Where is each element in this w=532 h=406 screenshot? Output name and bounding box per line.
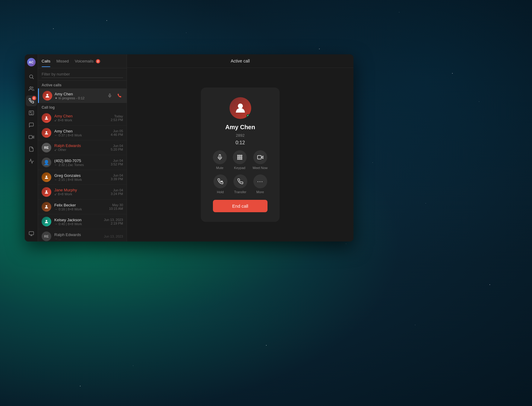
log-info-0: Amy Chen ↙ 8×8 Work bbox=[54, 114, 108, 122]
log-details-1: ← 0:37 | 8×8 Work bbox=[54, 133, 108, 137]
sidebar-icons: AC 2 bbox=[25, 54, 38, 241]
log-item-1[interactable]: Amy Chen ← 0:37 | 8×8 Work Jun 05 4:46 P… bbox=[38, 126, 127, 140]
more-button[interactable]: ⋯ More bbox=[253, 174, 267, 194]
svg-point-16 bbox=[46, 190, 47, 192]
call-duration: 0:12 bbox=[236, 140, 245, 145]
log-name-7: Kelsey Jackson bbox=[54, 218, 101, 222]
sidebar-avatar[interactable]: AC bbox=[26, 57, 37, 68]
log-item-4[interactable]: Greg Gonzales ← 2:15 | 8×8 Work Jun 04 3… bbox=[38, 170, 127, 185]
svg-rect-26 bbox=[241, 157, 242, 158]
end-active-call-btn[interactable] bbox=[116, 92, 123, 99]
call-card-number: 2892 bbox=[236, 133, 245, 138]
meetnow-label: Meet Now bbox=[253, 166, 268, 170]
svg-point-11 bbox=[55, 97, 57, 99]
log-time-1: Jun 05 4:46 PM bbox=[111, 129, 123, 136]
transfer-button[interactable]: Transfer bbox=[233, 174, 247, 194]
log-details-2: ↙ Other bbox=[54, 148, 108, 152]
log-item-3[interactable]: 👤 (402) 860-7075 ← 2:32 | Zac Tomes Jun … bbox=[38, 155, 127, 170]
log-name-8: Ralph Edwards bbox=[54, 232, 101, 237]
log-avatar-5 bbox=[42, 187, 51, 197]
sidebar-item-document[interactable] bbox=[26, 144, 37, 155]
log-avatar-6 bbox=[42, 202, 51, 212]
active-call-item[interactable]: Amy Chen In progress - 0:12 bbox=[38, 88, 127, 103]
call-log-label: Call log bbox=[38, 103, 127, 111]
svg-rect-27 bbox=[237, 158, 238, 159]
log-info-7: Kelsey Jackson → 0:40 | 8×8 Work bbox=[54, 218, 101, 226]
log-details-8: → ... bbox=[54, 237, 101, 241]
log-item-8[interactable]: RE Ralph Edwards → ... Jun 13, 2023 bbox=[38, 229, 127, 241]
sidebar-item-monitor[interactable] bbox=[26, 228, 37, 239]
active-calls-label: Active calls bbox=[38, 81, 127, 88]
mute-icon bbox=[213, 150, 227, 164]
more-icon: ⋯ bbox=[253, 174, 267, 188]
log-time-2: Jun 04 5:20 PM bbox=[111, 144, 123, 151]
log-details-3: ← 2:32 | Zac Tomes bbox=[54, 163, 108, 167]
transfer-icon bbox=[233, 174, 247, 188]
log-name-1: Amy Chen bbox=[54, 129, 108, 133]
tabs: Calls Missed Voicemails 2 bbox=[38, 54, 127, 68]
log-avatar-3: 👤 bbox=[42, 158, 51, 167]
log-info-5: Jane Murphy ↙ 8×8 Work bbox=[54, 188, 108, 196]
call-card-name: Amy Chen bbox=[225, 124, 255, 131]
search-bar bbox=[38, 68, 127, 81]
log-time-3: Jun 04 3:52 PM bbox=[111, 159, 123, 166]
active-call-name: Amy Chen bbox=[55, 92, 104, 96]
log-time-8: Jun 13, 2023 bbox=[104, 235, 123, 238]
svg-point-19 bbox=[238, 104, 243, 109]
svg-rect-22 bbox=[239, 155, 240, 156]
log-avatar-4 bbox=[42, 172, 51, 182]
svg-point-4 bbox=[30, 112, 31, 113]
svg-rect-31 bbox=[257, 155, 261, 159]
hold-icon bbox=[214, 174, 227, 188]
active-call-content: Amy Chen 2892 0:12 Mute bbox=[127, 68, 353, 241]
active-call-actions bbox=[106, 92, 123, 99]
log-item-0[interactable]: Amy Chen ↙ 8×8 Work Today 2:53 PM bbox=[38, 111, 127, 126]
sidebar-item-chat[interactable] bbox=[26, 120, 37, 130]
sidebar-item-usercard[interactable] bbox=[26, 107, 37, 118]
svg-marker-30 bbox=[261, 156, 263, 158]
log-name-3: (402) 860-7075 bbox=[54, 158, 108, 163]
log-item-5[interactable]: Jane Murphy ↙ 8×8 Work Jun 04 3:24 PM bbox=[38, 185, 127, 200]
app-window: AC 2 bbox=[25, 54, 353, 241]
sidebar-item-audio[interactable] bbox=[26, 156, 37, 167]
log-time-6: May 30 10:15 AM bbox=[109, 203, 123, 210]
mute-call-btn[interactable] bbox=[106, 92, 113, 99]
sidebar-item-search[interactable] bbox=[26, 71, 37, 82]
log-info-4: Greg Gonzales ← 2:15 | 8×8 Work bbox=[54, 173, 108, 181]
svg-rect-23 bbox=[241, 155, 242, 156]
log-info-1: Amy Chen ← 0:37 | 8×8 Work bbox=[54, 129, 108, 137]
tab-calls[interactable]: Calls bbox=[42, 55, 50, 67]
active-call-avatar bbox=[43, 91, 52, 101]
end-call-button[interactable]: End call bbox=[213, 200, 268, 212]
log-item-2[interactable]: RE Ralph Edwards ↙ Other Jun 04 5:20 PM bbox=[38, 140, 127, 155]
svg-rect-7 bbox=[29, 232, 33, 235]
mute-button[interactable]: Mute bbox=[213, 150, 227, 170]
call-log-list: Amy Chen ↙ 8×8 Work Today 2:53 PM Amy Ch… bbox=[38, 111, 127, 241]
sidebar-item-video[interactable] bbox=[26, 132, 37, 142]
svg-point-2 bbox=[30, 87, 31, 88]
svg-point-10 bbox=[46, 94, 48, 96]
meetnow-button[interactable]: Meet Now bbox=[253, 150, 268, 170]
svg-rect-29 bbox=[241, 158, 242, 159]
hold-button[interactable]: Hold bbox=[214, 174, 227, 194]
log-item-7[interactable]: Kelsey Jackson → 0:40 | 8×8 Work Jun 13,… bbox=[38, 214, 127, 229]
svg-marker-5 bbox=[32, 136, 34, 138]
svg-rect-6 bbox=[29, 136, 32, 139]
log-avatar-0 bbox=[42, 113, 51, 123]
search-input[interactable] bbox=[42, 71, 123, 78]
log-details-0: ↙ 8×8 Work bbox=[54, 118, 108, 122]
log-item-6[interactable]: Felix Becker → 0:16 | 8×8 Work May 30 10… bbox=[38, 200, 127, 214]
keypad-button[interactable]: Keypad bbox=[233, 150, 247, 170]
tab-voicemails[interactable]: Voicemails 2 bbox=[75, 55, 100, 67]
log-info-8: Ralph Edwards → ... bbox=[54, 232, 101, 241]
sidebar-item-contacts[interactable] bbox=[26, 83, 37, 94]
keypad-icon bbox=[233, 150, 247, 164]
svg-rect-24 bbox=[237, 157, 238, 158]
log-avatar-1 bbox=[42, 128, 51, 138]
sidebar-item-phone[interactable]: 2 bbox=[26, 95, 37, 106]
log-avatar-8: RE bbox=[42, 232, 51, 241]
keypad-label: Keypad bbox=[234, 166, 245, 170]
log-details-4: ← 2:15 | 8×8 Work bbox=[54, 178, 108, 181]
svg-line-1 bbox=[32, 78, 33, 79]
tab-missed[interactable]: Missed bbox=[56, 55, 69, 67]
